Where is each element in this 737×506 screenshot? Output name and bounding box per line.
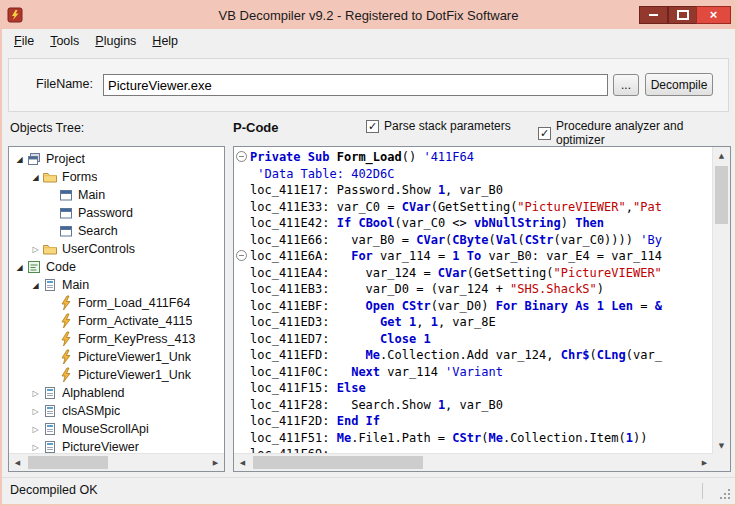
- code-line[interactable]: loc_411F2D: End If: [236, 413, 713, 430]
- checkbox-check-icon: ✓: [538, 127, 551, 140]
- tree-item-clsasmpic[interactable]: ▷clsASMpic: [9, 402, 224, 420]
- tree-item-main[interactable]: ◢Main: [9, 276, 224, 294]
- tree-item-password[interactable]: Password: [9, 204, 224, 222]
- expand-arrow-icon[interactable]: ▷: [29, 407, 42, 416]
- code-text: Me.Collection.Add var_124, Chr$(CLng(var…: [329, 348, 661, 362]
- scroll-right-icon[interactable]: ▶: [696, 454, 713, 471]
- close-button[interactable]: ×: [696, 6, 731, 24]
- code-line[interactable]: loc_411F0C: Next var_114 'Variant: [236, 364, 713, 381]
- tree-item-label: clsASMpic: [62, 404, 120, 418]
- fold-collapse-icon[interactable]: [236, 248, 250, 265]
- tree-item-project[interactable]: ◢Project: [9, 150, 224, 168]
- address-label: loc_411EBF:: [250, 299, 329, 313]
- scrollbar-thumb[interactable]: [28, 456, 108, 469]
- module-icon: [42, 403, 58, 419]
- tree-item-label: Project: [46, 152, 85, 166]
- tree-item-pictureviewer[interactable]: ▷PictureViewer: [9, 438, 224, 454]
- decompile-button[interactable]: Decompile: [645, 73, 713, 96]
- code-horizontal-scrollbar[interactable]: ◀ ▶: [234, 453, 713, 471]
- tree-item-form-load-411f64[interactable]: Form_Load_411F64: [9, 294, 224, 312]
- menu-item-file[interactable]: File: [6, 31, 42, 51]
- collapse-arrow-icon[interactable]: ◢: [29, 281, 42, 290]
- tree-item-label: Main: [62, 278, 89, 292]
- filename-input[interactable]: [103, 74, 608, 96]
- pcode-label: P-Code: [233, 120, 279, 135]
- tree-item-main[interactable]: Main: [9, 186, 224, 204]
- tree-item-alphablend[interactable]: ▷Alphablend: [9, 384, 224, 402]
- status-bar: Decompiled OK: [2, 477, 735, 504]
- code-line[interactable]: loc_411F15: Else: [236, 380, 713, 397]
- code-line[interactable]: loc_411E17: Password.Show 1, var_B0: [236, 182, 713, 199]
- maximize-icon: [677, 10, 689, 20]
- code-text: Password.Show 1, var_B0: [329, 183, 502, 197]
- tree-item-label: PictureViewer: [62, 440, 139, 454]
- procedure-analyzer-checkbox[interactable]: ✓ Procedure analyzer and optimizer: [538, 119, 735, 147]
- checkbox-label: Parse stack parameters: [384, 119, 511, 133]
- form-icon: [58, 187, 74, 203]
- objects-tree-label: Objects Tree:: [10, 121, 84, 135]
- code-text: Private Sub Form_Load() '411F64: [250, 150, 474, 164]
- resize-grip[interactable]: [720, 489, 731, 500]
- code-line[interactable]: loc_411E33: var_C0 = CVar(GetSetting("Pi…: [236, 199, 713, 216]
- menu-bar: FileToolsPluginsHelp: [2, 29, 735, 53]
- code-line[interactable]: loc_411E6A: For var_114 = 1 To var_B0: v…: [236, 248, 713, 265]
- tree-item-pictureviewer1-unk[interactable]: PictureViewer1_Unk: [9, 348, 224, 366]
- expand-arrow-icon[interactable]: ▷: [29, 443, 42, 452]
- browse-button[interactable]: ...: [613, 74, 639, 96]
- expand-arrow-icon[interactable]: ▷: [29, 389, 42, 398]
- code-line[interactable]: loc_411E42: If CBool(var_C0 <> vbNullStr…: [236, 215, 713, 232]
- code-line[interactable]: loc_411ED3: Get 1, 1, var_8E: [236, 314, 713, 331]
- code-text: Else: [329, 381, 365, 395]
- code-line[interactable]: loc_411ED7: Close 1: [236, 331, 713, 348]
- code-line[interactable]: loc_411E66: var_B0 = CVar(CByte(Val(CStr…: [236, 232, 713, 249]
- module-icon: [42, 439, 58, 454]
- minimize-button[interactable]: [639, 6, 668, 24]
- tree-item-label: Main: [78, 188, 105, 202]
- collapse-arrow-icon[interactable]: ◢: [13, 155, 26, 164]
- code-text: Next var_114 'Variant: [329, 365, 502, 379]
- code-line[interactable]: loc_411EA4: var_124 = CVar(GetSetting("P…: [236, 265, 713, 282]
- code-line[interactable]: loc_411F28: Search.Show 1, var_B0: [236, 397, 713, 414]
- code-line[interactable]: Private Sub Form_Load() '411F64: [236, 149, 713, 166]
- address-label: loc_411ED7:: [250, 332, 329, 346]
- expand-arrow-icon[interactable]: ▷: [29, 425, 42, 434]
- tree-item-code[interactable]: ◢Code: [9, 258, 224, 276]
- code-line[interactable]: 'Data Table: 402D6C: [236, 166, 713, 183]
- expand-arrow-icon[interactable]: ▷: [29, 245, 42, 254]
- code-line[interactable]: loc_411EFD: Me.Collection.Add var_124, C…: [236, 347, 713, 364]
- code-vertical-scrollbar[interactable]: ▲ ▼: [712, 147, 730, 454]
- scroll-left-icon[interactable]: ◀: [234, 454, 251, 471]
- code-line[interactable]: loc_411EB3: var_D0 = (var_124 + "SHS.Sha…: [236, 281, 713, 298]
- scroll-left-icon[interactable]: ◀: [9, 454, 26, 471]
- collapse-arrow-icon[interactable]: ◢: [29, 173, 42, 182]
- code-line[interactable]: loc_411EBF: Open CStr(var_D0) For Binary…: [236, 298, 713, 315]
- code-line[interactable]: loc_411F51: Me.File1.Path = CStr(Me.Coll…: [236, 430, 713, 447]
- scroll-up-icon[interactable]: ▲: [713, 147, 730, 164]
- parse-stack-parameters-checkbox[interactable]: ✓ Parse stack parameters: [366, 119, 511, 133]
- tree-item-label: Password: [78, 206, 133, 220]
- scrollbar-thumb[interactable]: [253, 456, 423, 469]
- scrollbar-thumb[interactable]: [715, 166, 728, 224]
- collapse-arrow-icon[interactable]: ◢: [13, 263, 26, 272]
- menu-item-tools[interactable]: Tools: [42, 31, 87, 51]
- tree-item-usercontrols[interactable]: ▷UserControls: [9, 240, 224, 258]
- code-text: Search.Show 1, var_B0: [329, 398, 502, 412]
- menu-item-help[interactable]: Help: [144, 31, 186, 51]
- address-label: loc_411EB3:: [250, 282, 329, 296]
- maximize-button[interactable]: [668, 6, 697, 24]
- scroll-right-icon[interactable]: ▶: [207, 454, 224, 471]
- scroll-down-icon[interactable]: ▼: [713, 437, 730, 454]
- tree-item-form-keypress-413[interactable]: Form_KeyPress_413: [9, 330, 224, 348]
- tree-item-forms[interactable]: ◢Forms: [9, 168, 224, 186]
- module-icon: [42, 421, 58, 437]
- fold-collapse-icon[interactable]: [236, 149, 250, 166]
- tree-item-search[interactable]: Search: [9, 222, 224, 240]
- tree-item-mousescrollapi[interactable]: ▷MouseScrollApi: [9, 420, 224, 438]
- tree-item-form-activate-4115[interactable]: Form_Activate_4115: [9, 312, 224, 330]
- title-bar[interactable]: VB Decompiler v9.2 - Registered to DotFi…: [2, 2, 735, 29]
- close-icon: ×: [710, 8, 718, 22]
- menu-item-plugins[interactable]: Plugins: [87, 31, 144, 51]
- tree-item-pictureviewer1-unk[interactable]: PictureViewer1_Unk: [9, 366, 224, 384]
- tree-item-label: UserControls: [62, 242, 135, 256]
- tree-horizontal-scrollbar[interactable]: ◀ ▶: [9, 453, 224, 471]
